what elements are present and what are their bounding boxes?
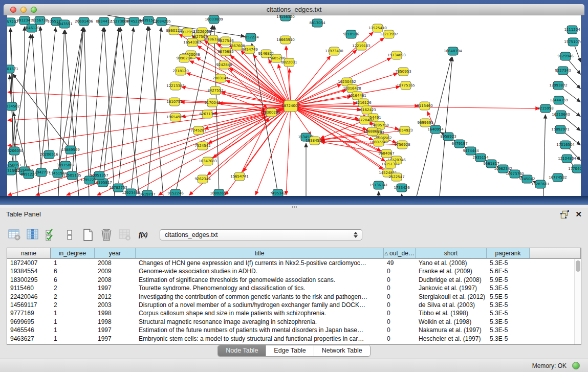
graph-node-label: 1111204 <box>564 28 580 32</box>
table-row[interactable]: 977716911998Corpus callosum shape and si… <box>7 309 574 317</box>
graph-node-label: 18807249 <box>369 140 388 144</box>
table-row[interactable]: 1938455462009Genome-wide association stu… <box>7 267 574 275</box>
new-table-icon[interactable] <box>81 228 95 242</box>
tab-node-table[interactable]: Node Table <box>218 345 266 356</box>
column-header-out_de[interactable]: △out_de… <box>384 248 416 259</box>
graph-node-label: 12219103 <box>352 44 371 48</box>
table-settings-icon[interactable] <box>7 228 21 242</box>
citation-edge <box>8 92 286 106</box>
memory-status-label: Memory: OK <box>532 362 567 369</box>
citation-edge <box>211 116 266 158</box>
graph-node-label: 10164461 <box>348 94 366 98</box>
table-header-row: namein_degreeyeartitle△out_de…shortpager… <box>7 248 581 259</box>
graph-node-label: 2718120 <box>172 69 188 73</box>
panel-splitter[interactable] <box>0 205 588 208</box>
citation-edge <box>97 108 287 195</box>
table-cell: 5.3E-5 <box>487 326 530 334</box>
table-cell: 6 <box>51 276 95 284</box>
graph-node-label: 10802651 <box>210 191 228 195</box>
table-row[interactable]: 1872400712008Changes of HCN gene express… <box>7 259 574 267</box>
table-row[interactable]: 969969511998Structural magnetic resonanc… <box>7 318 574 326</box>
citation-edge <box>566 74 580 89</box>
graph-node-label: 16151322 <box>381 162 400 166</box>
citation-edge <box>104 28 115 196</box>
graph-node-label: 8958923 <box>440 135 456 139</box>
citation-edge <box>90 28 103 176</box>
table-cell: 1997 <box>95 284 136 292</box>
column-header-label: in_degree <box>59 250 86 257</box>
graph-node-label: 9827546 <box>217 39 234 43</box>
table-row[interactable]: 911546021997Tourette syndrome. Phenomeno… <box>7 284 574 292</box>
float-window-icon[interactable] <box>560 210 569 218</box>
graph-node-label: 8813054 <box>309 21 325 25</box>
delete-table-icon[interactable] <box>99 228 113 242</box>
graph-node-label: 16210643 <box>552 113 570 117</box>
graph-node-label: 9262344 <box>194 177 211 181</box>
column-header-name[interactable]: name <box>7 248 51 259</box>
table-row[interactable]: 1456911722003Disruption of a novel membe… <box>7 301 574 309</box>
graph-node-label: 18724007 <box>281 104 300 108</box>
tab-edge-table[interactable]: Edge Table <box>266 345 313 356</box>
table-row[interactable]: 2242004622012Investigating the contribut… <box>7 293 574 301</box>
table-row[interactable]: 946362711997Embryonic stem cells: a mode… <box>7 335 574 343</box>
show-column-icon[interactable] <box>26 228 39 242</box>
network-canvas[interactable]: 1957202891234591567387846120105532879043… <box>7 15 581 196</box>
column-header-in_degree[interactable]: in_degree <box>51 248 95 259</box>
table-cell: Hescheler et al. (1997) <box>416 335 487 343</box>
select-visible-columns-icon[interactable] <box>44 228 58 242</box>
scrollbar-thumb[interactable] <box>576 260 580 272</box>
column-header-short[interactable]: short <box>416 248 487 259</box>
graph-node-label: 2935154 <box>472 156 489 160</box>
table-cell: 5.3E-5 <box>487 301 530 309</box>
application-window: citations_edges.txt 19572028912345915673… <box>0 0 588 372</box>
graph-node-label: 1733426 <box>394 186 410 190</box>
row-height-icon[interactable] <box>62 228 76 242</box>
table-cell: 9463627 <box>7 335 51 343</box>
graph-node-label: 9242848 <box>216 63 232 67</box>
graph-node-label: 9654923 <box>397 128 412 133</box>
table-row[interactable]: 1830029562008Estimation of significance … <box>7 276 574 284</box>
network-frame-bottom-border <box>0 196 588 205</box>
function-builder-icon[interactable]: f(x) <box>136 228 150 242</box>
table-cell: 1 <box>51 259 95 267</box>
vertical-scrollbar[interactable] <box>574 259 581 344</box>
table-row[interactable]: 946554611997Estimation of the future num… <box>7 326 574 334</box>
table-cell: 5.9E-5 <box>487 276 530 284</box>
citation-edge <box>100 28 119 171</box>
graph-node-label: 9474444 <box>463 149 479 153</box>
table-cell: 2 <box>51 293 95 301</box>
table-cell: de Silva et al. (2003) <box>416 301 487 309</box>
graph-node-label: 9152246 <box>167 191 184 195</box>
graph-node-label: 16774532 <box>549 176 567 180</box>
graph-node-label: 12104804 <box>558 157 576 161</box>
graph-node-label: 10688609 <box>363 129 382 134</box>
close-panel-icon[interactable]: ✕ <box>575 210 582 218</box>
table-selector-dropdown[interactable]: citations_edges.txt <box>160 229 362 240</box>
graph-node-label: 12213383 <box>166 84 185 88</box>
column-header-title[interactable]: title <box>136 248 384 259</box>
node-table: namein_degreeyeartitle△out_de…shortpager… <box>7 248 581 345</box>
graph-node-label: 18663910 <box>276 38 295 42</box>
table-cell: Genome-wide association studies in ADHD. <box>136 267 384 275</box>
graph-node-label: 9227343 <box>555 69 571 73</box>
graph-node-label: 59051357 <box>90 173 108 178</box>
graph-node-label: 6479197 <box>451 142 467 146</box>
table-cell: 1998 <box>95 309 136 317</box>
table-cell: Tibbo et al. (1998) <box>416 309 487 317</box>
splitter-grip-icon[interactable] <box>292 206 297 208</box>
graph-node-label: 2522547 <box>388 175 404 179</box>
tab-network-table[interactable]: Network Table <box>314 345 370 356</box>
column-header-empty <box>530 248 581 259</box>
memory-ok-indicator-icon <box>572 362 580 369</box>
table-cell: Dudbridge et al. (2008) <box>416 276 487 284</box>
graph-node-label: 9129946 <box>557 54 574 58</box>
graph-node-label: 25206050 <box>7 149 24 153</box>
column-header-year[interactable]: year <box>95 248 136 259</box>
graph-node-label: 9218586 <box>343 32 359 36</box>
table-cell: 9777169 <box>7 309 51 317</box>
column-header-pagerank[interactable]: pagerank <box>487 248 530 259</box>
table-cell: 5.3E-5 <box>487 318 530 326</box>
graph-node-label: 19734093 <box>387 53 406 57</box>
citation-edge <box>13 74 68 146</box>
table-cell: 2003 <box>95 301 136 309</box>
